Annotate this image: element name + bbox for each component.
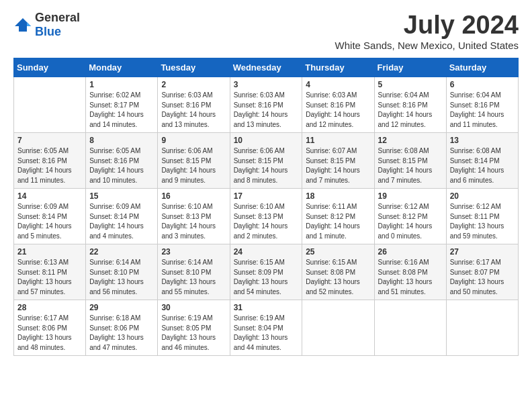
day-info: Sunrise: 6:12 AM Sunset: 8:11 PM Dayligh… <box>450 202 515 241</box>
day-info: Sunrise: 6:17 AM Sunset: 8:06 PM Dayligh… <box>17 314 82 353</box>
day-info: Sunrise: 6:18 AM Sunset: 8:06 PM Dayligh… <box>89 314 154 353</box>
day-info: Sunrise: 6:03 AM Sunset: 8:16 PM Dayligh… <box>234 91 299 130</box>
day-cell: 9Sunrise: 6:06 AM Sunset: 8:15 PM Daylig… <box>158 133 230 189</box>
day-cell <box>446 300 518 356</box>
day-info: Sunrise: 6:19 AM Sunset: 8:04 PM Dayligh… <box>234 314 299 353</box>
week-row-4: 21Sunrise: 6:13 AM Sunset: 8:11 PM Dayli… <box>14 244 519 300</box>
day-number: 14 <box>17 191 82 201</box>
day-cell: 3Sunrise: 6:03 AM Sunset: 8:16 PM Daylig… <box>230 77 302 133</box>
day-cell: 5Sunrise: 6:04 AM Sunset: 8:16 PM Daylig… <box>374 77 446 133</box>
day-cell: 16Sunrise: 6:10 AM Sunset: 8:13 PM Dayli… <box>158 189 230 244</box>
day-number: 15 <box>89 191 154 201</box>
day-cell: 26Sunrise: 6:16 AM Sunset: 8:08 PM Dayli… <box>374 244 446 300</box>
day-number: 4 <box>306 80 370 89</box>
day-cell <box>302 300 374 356</box>
day-info: Sunrise: 6:03 AM Sunset: 8:16 PM Dayligh… <box>306 91 370 130</box>
day-info: Sunrise: 6:14 AM Sunset: 8:10 PM Dayligh… <box>161 258 226 297</box>
day-number: 18 <box>306 191 370 201</box>
day-cell: 10Sunrise: 6:06 AM Sunset: 8:15 PM Dayli… <box>230 133 302 189</box>
day-of-week-tuesday: Tuesday <box>158 58 230 77</box>
day-cell: 23Sunrise: 6:14 AM Sunset: 8:10 PM Dayli… <box>158 244 230 300</box>
day-cell: 21Sunrise: 6:13 AM Sunset: 8:11 PM Dayli… <box>14 244 86 300</box>
svg-marker-1 <box>27 22 31 26</box>
day-info: Sunrise: 6:04 AM Sunset: 8:16 PM Dayligh… <box>450 91 515 130</box>
logo: General Blue <box>13 11 80 39</box>
calendar-subtitle: White Sands, New Mexico, United States <box>335 40 519 51</box>
calendar-table: SundayMondayTuesdayWednesdayThursdayFrid… <box>13 58 519 356</box>
logo-blue: Blue <box>35 25 61 38</box>
week-row-2: 7Sunrise: 6:05 AM Sunset: 8:16 PM Daylig… <box>14 133 519 189</box>
day-info: Sunrise: 6:08 AM Sunset: 8:14 PM Dayligh… <box>450 146 515 185</box>
day-number: 8 <box>89 136 154 145</box>
day-info: Sunrise: 6:17 AM Sunset: 8:07 PM Dayligh… <box>450 258 515 297</box>
day-info: Sunrise: 6:03 AM Sunset: 8:16 PM Dayligh… <box>161 91 226 130</box>
day-info: Sunrise: 6:05 AM Sunset: 8:16 PM Dayligh… <box>17 146 82 185</box>
day-info: Sunrise: 6:09 AM Sunset: 8:14 PM Dayligh… <box>17 202 82 241</box>
day-number: 7 <box>17 136 82 145</box>
day-cell: 24Sunrise: 6:15 AM Sunset: 8:09 PM Dayli… <box>230 244 302 300</box>
day-number: 28 <box>17 303 82 312</box>
day-cell: 1Sunrise: 6:02 AM Sunset: 8:17 PM Daylig… <box>86 77 158 133</box>
day-of-week-sunday: Sunday <box>14 58 86 77</box>
day-number: 17 <box>234 191 299 201</box>
day-info: Sunrise: 6:10 AM Sunset: 8:13 PM Dayligh… <box>161 202 226 241</box>
day-of-week-monday: Monday <box>86 58 158 77</box>
day-cell: 4Sunrise: 6:03 AM Sunset: 8:16 PM Daylig… <box>302 77 374 133</box>
day-number: 22 <box>89 247 154 257</box>
day-cell: 30Sunrise: 6:19 AM Sunset: 8:05 PM Dayli… <box>158 300 230 356</box>
day-number: 26 <box>378 247 443 257</box>
day-cell: 25Sunrise: 6:15 AM Sunset: 8:08 PM Dayli… <box>302 244 374 300</box>
week-row-1: 1Sunrise: 6:02 AM Sunset: 8:17 PM Daylig… <box>14 77 519 133</box>
day-cell: 22Sunrise: 6:14 AM Sunset: 8:10 PM Dayli… <box>86 244 158 300</box>
day-number: 9 <box>161 136 226 145</box>
day-info: Sunrise: 6:14 AM Sunset: 8:10 PM Dayligh… <box>89 258 154 297</box>
day-info: Sunrise: 6:08 AM Sunset: 8:15 PM Dayligh… <box>378 146 443 185</box>
day-info: Sunrise: 6:05 AM Sunset: 8:16 PM Dayligh… <box>89 146 154 185</box>
day-number: 30 <box>161 303 226 312</box>
day-cell: 20Sunrise: 6:12 AM Sunset: 8:11 PM Dayli… <box>446 189 518 244</box>
day-number: 20 <box>450 191 515 201</box>
day-info: Sunrise: 6:06 AM Sunset: 8:15 PM Dayligh… <box>161 146 226 185</box>
title-area: July 2024 White Sands, New Mexico, Unite… <box>335 11 519 51</box>
day-cell: 8Sunrise: 6:05 AM Sunset: 8:16 PM Daylig… <box>86 133 158 189</box>
day-cell: 11Sunrise: 6:07 AM Sunset: 8:15 PM Dayli… <box>302 133 374 189</box>
day-cell: 12Sunrise: 6:08 AM Sunset: 8:15 PM Dayli… <box>374 133 446 189</box>
header-row: SundayMondayTuesdayWednesdayThursdayFrid… <box>14 58 519 77</box>
day-number: 25 <box>306 247 370 257</box>
week-row-3: 14Sunrise: 6:09 AM Sunset: 8:14 PM Dayli… <box>14 189 519 244</box>
day-cell: 17Sunrise: 6:10 AM Sunset: 8:13 PM Dayli… <box>230 189 302 244</box>
day-cell: 6Sunrise: 6:04 AM Sunset: 8:16 PM Daylig… <box>446 77 518 133</box>
logo-general: General <box>35 11 80 24</box>
day-number: 1 <box>89 80 154 89</box>
day-cell: 2Sunrise: 6:03 AM Sunset: 8:16 PM Daylig… <box>158 77 230 133</box>
day-cell: 15Sunrise: 6:09 AM Sunset: 8:14 PM Dayli… <box>86 189 158 244</box>
day-number: 11 <box>306 136 370 145</box>
day-cell: 13Sunrise: 6:08 AM Sunset: 8:14 PM Dayli… <box>446 133 518 189</box>
day-info: Sunrise: 6:10 AM Sunset: 8:13 PM Dayligh… <box>234 202 299 241</box>
day-number: 10 <box>234 136 299 145</box>
day-info: Sunrise: 6:12 AM Sunset: 8:12 PM Dayligh… <box>378 202 443 241</box>
day-cell: 19Sunrise: 6:12 AM Sunset: 8:12 PM Dayli… <box>374 189 446 244</box>
day-cell: 14Sunrise: 6:09 AM Sunset: 8:14 PM Dayli… <box>14 189 86 244</box>
day-number: 12 <box>378 136 443 145</box>
day-number: 13 <box>450 136 515 145</box>
day-cell: 28Sunrise: 6:17 AM Sunset: 8:06 PM Dayli… <box>14 300 86 356</box>
day-info: Sunrise: 6:16 AM Sunset: 8:08 PM Dayligh… <box>378 258 443 297</box>
day-number: 16 <box>161 191 226 201</box>
day-info: Sunrise: 6:11 AM Sunset: 8:12 PM Dayligh… <box>306 202 370 241</box>
calendar-title: July 2024 <box>335 11 519 40</box>
day-cell <box>374 300 446 356</box>
day-number: 2 <box>161 80 226 89</box>
day-info: Sunrise: 6:13 AM Sunset: 8:11 PM Dayligh… <box>17 258 82 297</box>
day-info: Sunrise: 6:19 AM Sunset: 8:05 PM Dayligh… <box>161 314 226 353</box>
day-number: 23 <box>161 247 226 257</box>
day-number: 19 <box>378 191 443 201</box>
day-number: 27 <box>450 247 515 257</box>
day-of-week-thursday: Thursday <box>302 58 374 77</box>
day-number: 24 <box>234 247 299 257</box>
day-number: 21 <box>17 247 82 257</box>
day-number: 6 <box>450 80 515 89</box>
day-cell: 31Sunrise: 6:19 AM Sunset: 8:04 PM Dayli… <box>230 300 302 356</box>
day-info: Sunrise: 6:06 AM Sunset: 8:15 PM Dayligh… <box>234 146 299 185</box>
day-info: Sunrise: 6:09 AM Sunset: 8:14 PM Dayligh… <box>89 202 154 241</box>
